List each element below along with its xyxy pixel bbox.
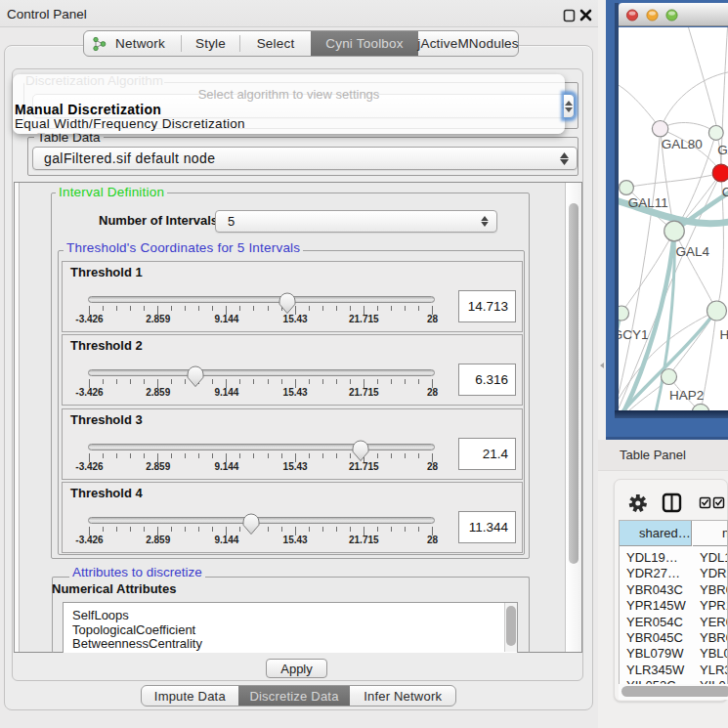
svg-text:GAL4: GAL4 bbox=[675, 244, 709, 259]
svg-text:HAP2: HAP2 bbox=[669, 388, 704, 403]
svg-text:H: H bbox=[720, 327, 728, 342]
svg-text:GCY1: GCY1 bbox=[619, 327, 648, 342]
svg-text:C: C bbox=[722, 185, 728, 199]
svg-text:GA: GA bbox=[717, 143, 728, 157]
svg-text:GAL80: GAL80 bbox=[662, 137, 703, 151]
svg-text:GAL11: GAL11 bbox=[628, 195, 668, 210]
